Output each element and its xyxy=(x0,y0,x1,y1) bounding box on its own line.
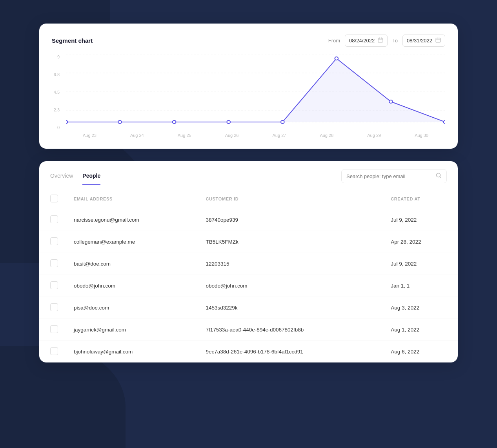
people-table-card: Overview People xyxy=(39,161,458,362)
row-created-at: Aug 6, 2022 xyxy=(383,341,458,363)
chart-area: 9 6.8 4.5 2.3 0 xyxy=(52,55,445,141)
svg-point-12 xyxy=(118,120,122,124)
row-customer-id: 38740ope939 xyxy=(198,209,383,231)
svg-point-17 xyxy=(389,100,393,103)
svg-point-18 xyxy=(444,120,445,124)
row-customer-id: obodo@john.com xyxy=(198,275,383,297)
calendar-to-icon xyxy=(435,37,441,44)
table-row[interactable]: pisa@doe.com 1453sd3229k Aug 3, 2022 xyxy=(39,297,458,319)
row-customer-id: 7f17533a-aea0-440e-894c-d0067802fb8b xyxy=(198,319,383,341)
row-checkbox-2[interactable] xyxy=(50,259,58,267)
row-checkbox-0[interactable] xyxy=(50,215,58,223)
svg-rect-0 xyxy=(378,38,383,42)
chart-svg xyxy=(66,55,445,129)
x-axis: Aug 23 Aug 24 Aug 25 Aug 26 Aug 27 Aug 2… xyxy=(66,131,445,138)
y-axis: 9 6.8 4.5 2.3 0 xyxy=(52,55,66,141)
row-created-at: Jul 9, 2022 xyxy=(383,253,458,275)
search-box[interactable] xyxy=(341,169,447,183)
x-label-aug26: Aug 26 xyxy=(208,133,256,138)
table-row[interactable]: narcisse.egonu@gmail.com 38740ope939 Jul… xyxy=(39,209,458,231)
date-from-label: From xyxy=(328,38,340,44)
row-created-at: Jan 1, 1 xyxy=(383,275,458,297)
y-label-9: 9 xyxy=(52,55,60,59)
row-email: collegeman@example.me xyxy=(66,231,198,253)
svg-rect-3 xyxy=(436,38,441,42)
y-label-4-5: 4.5 xyxy=(52,90,60,95)
date-from-value: 08/24/2022 xyxy=(349,38,375,44)
svg-point-16 xyxy=(335,57,338,60)
row-email: jaygarrick@gmail.com xyxy=(66,319,198,341)
tab-overview[interactable]: Overview xyxy=(50,173,73,185)
row-checkbox-cell xyxy=(39,319,66,341)
row-customer-id: 1453sd3229k xyxy=(198,297,383,319)
row-checkbox-cell xyxy=(39,231,66,253)
table-row[interactable]: basit@doe.com 12203315 Jul 9, 2022 xyxy=(39,253,458,275)
y-label-2-3: 2.3 xyxy=(52,107,60,112)
chart-header: Segment chart From 08/24/2022 To xyxy=(52,35,445,47)
table-header: EMAIL ADDRESS CUSTOMER ID CREATED AT xyxy=(39,189,458,209)
col-header-checkbox xyxy=(39,189,66,209)
row-checkbox-4[interactable] xyxy=(50,303,58,311)
row-customer-id: 12203315 xyxy=(198,253,383,275)
people-table: EMAIL ADDRESS CUSTOMER ID CREATED AT nar… xyxy=(39,189,458,362)
svg-rect-5 xyxy=(439,38,439,39)
y-label-0: 0 xyxy=(52,125,60,130)
x-label-aug29: Aug 29 xyxy=(350,133,398,138)
segment-chart-card: Segment chart From 08/24/2022 To xyxy=(39,24,458,149)
col-header-email: EMAIL ADDRESS xyxy=(66,189,198,209)
x-label-aug24: Aug 24 xyxy=(113,133,161,138)
search-icon xyxy=(436,173,442,180)
row-created-at: Apr 28, 2022 xyxy=(383,231,458,253)
row-checkbox-5[interactable] xyxy=(50,325,58,333)
chart-inner: Aug 23 Aug 24 Aug 25 Aug 26 Aug 27 Aug 2… xyxy=(66,55,445,141)
col-header-customer-id: CUSTOMER ID xyxy=(198,189,383,209)
row-checkbox-1[interactable] xyxy=(50,237,58,245)
row-email: pisa@doe.com xyxy=(66,297,198,319)
row-checkbox-cell xyxy=(39,209,66,231)
date-to-input[interactable]: 08/31/2022 xyxy=(402,35,445,47)
table-row[interactable]: bjohnoluway@gmail.com 9ec7a38d-261e-4096… xyxy=(39,341,458,363)
row-checkbox-cell xyxy=(39,253,66,275)
row-email: basit@doe.com xyxy=(66,253,198,275)
svg-point-14 xyxy=(227,120,230,124)
chart-title: Segment chart xyxy=(52,37,93,44)
x-label-aug30: Aug 30 xyxy=(398,133,445,138)
row-customer-id: 9ec7a38d-261e-4096-b178-6bf4af1ccd91 xyxy=(198,341,383,363)
x-label-aug25: Aug 25 xyxy=(161,133,208,138)
tab-people[interactable]: People xyxy=(82,173,100,185)
x-label-aug28: Aug 28 xyxy=(303,133,350,138)
row-email: obodo@john.com xyxy=(66,275,198,297)
svg-point-11 xyxy=(66,120,67,124)
table-body: narcisse.egonu@gmail.com 38740ope939 Jul… xyxy=(39,209,458,363)
svg-rect-1 xyxy=(379,38,380,39)
x-label-aug27: Aug 27 xyxy=(256,133,303,138)
tabs-bar: Overview People xyxy=(39,161,458,189)
row-created-at: Aug 1, 2022 xyxy=(383,319,458,341)
row-checkbox-cell xyxy=(39,341,66,363)
svg-point-15 xyxy=(281,120,284,124)
x-label-aug23: Aug 23 xyxy=(66,133,113,138)
row-checkbox-cell xyxy=(39,297,66,319)
svg-rect-2 xyxy=(381,38,382,39)
calendar-from-icon xyxy=(378,37,383,44)
row-checkbox-cell xyxy=(39,275,66,297)
row-created-at: Jul 9, 2022 xyxy=(383,209,458,231)
date-from-input[interactable]: 08/24/2022 xyxy=(345,35,388,47)
svg-rect-4 xyxy=(437,38,437,39)
row-email: bjohnoluway@gmail.com xyxy=(66,341,198,363)
table-row[interactable]: collegeman@example.me TB5LK5FMZk Apr 28,… xyxy=(39,231,458,253)
svg-point-13 xyxy=(173,120,176,124)
search-input[interactable] xyxy=(346,173,433,179)
table-row[interactable]: jaygarrick@gmail.com 7f17533a-aea0-440e-… xyxy=(39,319,458,341)
table-row[interactable]: obodo@john.com obodo@john.com Jan 1, 1 xyxy=(39,275,458,297)
date-range: From 08/24/2022 To 08/31/2022 xyxy=(328,35,445,47)
col-header-created-at: CREATED AT xyxy=(383,189,458,209)
row-checkbox-6[interactable] xyxy=(50,347,58,355)
row-email: narcisse.egonu@gmail.com xyxy=(66,209,198,231)
tab-group: Overview People xyxy=(50,173,100,185)
y-label-6-8: 6.8 xyxy=(52,72,60,77)
row-created-at: Aug 3, 2022 xyxy=(383,297,458,319)
header-checkbox[interactable] xyxy=(50,195,58,202)
row-checkbox-3[interactable] xyxy=(50,281,58,289)
date-to-value: 08/31/2022 xyxy=(407,38,432,44)
